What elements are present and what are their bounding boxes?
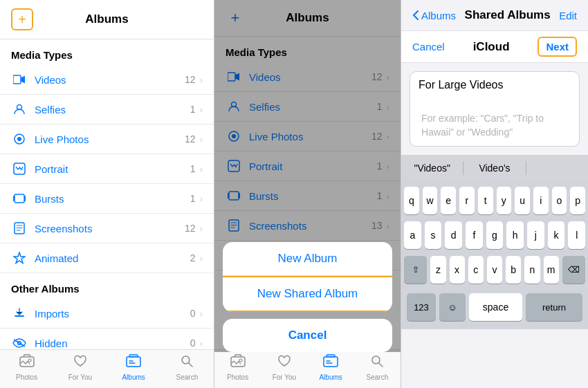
tab-label: For You bbox=[68, 373, 92, 381]
item-count: 0 bbox=[190, 338, 196, 349]
new-shared-album-button[interactable]: New Shared Album bbox=[223, 276, 392, 312]
key-l[interactable]: l bbox=[568, 221, 585, 249]
svg-rect-4 bbox=[14, 163, 25, 174]
tab-search[interactable]: Search bbox=[354, 354, 401, 381]
tab-label: Search bbox=[367, 373, 389, 381]
bottom-tabs: Photos For You Albums Search bbox=[0, 349, 214, 388]
new-album-button[interactable]: New Album bbox=[223, 242, 392, 276]
item-count: 1 bbox=[190, 104, 196, 115]
overlay-menu: New Album New Shared Album Cancel bbox=[214, 242, 401, 352]
chevron-icon: › bbox=[200, 253, 203, 264]
tab-foryou[interactable]: For You bbox=[261, 354, 307, 381]
item-label: Portrait bbox=[35, 163, 190, 175]
search-tab-icon bbox=[180, 354, 194, 371]
list-item[interactable]: Selfies 1 › bbox=[0, 95, 214, 124]
key-v[interactable]: v bbox=[487, 256, 502, 284]
key-p[interactable]: p bbox=[570, 187, 585, 214]
list-item[interactable]: Imports 0 › bbox=[0, 299, 214, 329]
tab-foryou[interactable]: For You bbox=[53, 354, 107, 381]
album-name-input[interactable] bbox=[419, 79, 571, 91]
album-name-input-area: For example: "Cars", "Trip to Hawaii" or… bbox=[410, 71, 580, 147]
key-f[interactable]: f bbox=[466, 221, 483, 249]
chevron-icon: › bbox=[200, 75, 203, 85]
list-item[interactable]: Hidden 0 › bbox=[0, 329, 214, 349]
svg-point-28 bbox=[239, 359, 242, 362]
key-emoji[interactable]: ☺ bbox=[439, 293, 466, 321]
list-item[interactable]: Live Photos 12 › bbox=[0, 124, 214, 154]
key-u[interactable]: u bbox=[515, 187, 530, 214]
next-button[interactable]: Next bbox=[538, 37, 577, 57]
suggestion-item[interactable]: "Videos" bbox=[401, 161, 463, 175]
svg-rect-5 bbox=[15, 194, 24, 203]
key-return[interactable]: return bbox=[526, 293, 582, 321]
key-m[interactable]: m bbox=[544, 256, 559, 284]
key-k[interactable]: k bbox=[548, 221, 565, 249]
panel2-bottom-tabs: Photos For You Albums Search bbox=[214, 349, 401, 388]
key-s[interactable]: s bbox=[425, 221, 442, 249]
svg-rect-15 bbox=[129, 355, 138, 357]
tab-label: Photos bbox=[227, 373, 248, 381]
chevron-icon: › bbox=[200, 338, 203, 349]
hidden-icon bbox=[11, 335, 28, 349]
key-g[interactable]: g bbox=[486, 221, 504, 249]
key-t[interactable]: t bbox=[478, 187, 493, 214]
key-j[interactable]: j bbox=[527, 221, 544, 249]
suggestion-item[interactable]: Video's bbox=[463, 161, 526, 175]
key-n[interactable]: n bbox=[524, 256, 540, 284]
list-item[interactable]: Videos 12 › bbox=[0, 65, 214, 95]
chevron-icon: › bbox=[200, 194, 203, 204]
add-album-button[interactable]: + bbox=[11, 8, 33, 30]
photos-tab-icon bbox=[230, 354, 246, 371]
key-x[interactable]: x bbox=[450, 256, 465, 284]
key-shift[interactable]: ⇧ bbox=[404, 256, 427, 284]
key-c[interactable]: c bbox=[468, 256, 484, 284]
key-h[interactable]: h bbox=[506, 221, 524, 249]
item-label: Videos bbox=[35, 74, 185, 86]
panel1-other-albums-title: Other Albums bbox=[0, 273, 214, 299]
key-w[interactable]: w bbox=[423, 187, 438, 214]
item-label: Screenshots bbox=[35, 223, 185, 234]
panel-albums-2: + Albums Media Types Videos 12 › Selfies… bbox=[214, 0, 401, 388]
icloud-label: iCloud bbox=[473, 40, 510, 54]
svg-point-13 bbox=[28, 359, 31, 362]
key-b[interactable]: b bbox=[506, 256, 521, 284]
key-d[interactable]: d bbox=[445, 221, 462, 249]
edit-button[interactable]: Edit bbox=[559, 10, 577, 21]
albums-tab-icon bbox=[323, 354, 338, 371]
list-item[interactable]: Screenshots 12 › bbox=[0, 214, 214, 243]
key-q[interactable]: q bbox=[404, 187, 419, 214]
tab-search[interactable]: Search bbox=[160, 354, 214, 381]
tab-photos[interactable]: Photos bbox=[0, 354, 53, 381]
list-item[interactable]: Bursts 1 › bbox=[0, 184, 214, 214]
item-label: Animated bbox=[35, 252, 190, 264]
list-item[interactable]: Portrait 1 › bbox=[0, 154, 214, 184]
svg-rect-9 bbox=[15, 315, 24, 317]
cancel-button[interactable]: Cancel bbox=[412, 41, 445, 53]
item-label: Hidden bbox=[35, 338, 190, 349]
list-item[interactable]: Animated 2 › bbox=[0, 243, 214, 273]
key-r[interactable]: r bbox=[459, 187, 475, 214]
key-o[interactable]: o bbox=[552, 187, 567, 214]
new-album-card: New Album New Shared Album bbox=[223, 242, 392, 312]
key-e[interactable]: e bbox=[441, 187, 456, 214]
svg-rect-29 bbox=[324, 357, 338, 367]
item-label: Imports bbox=[35, 308, 190, 320]
tab-albums[interactable]: Albums bbox=[107, 354, 160, 381]
tab-albums[interactable]: Albums bbox=[308, 354, 354, 381]
search-tab-icon bbox=[370, 354, 384, 371]
key-a[interactable]: a bbox=[404, 221, 421, 249]
key-num-toggle[interactable]: 123 bbox=[407, 293, 436, 321]
tab-photos[interactable]: Photos bbox=[214, 354, 261, 381]
cancel-button[interactable]: Cancel bbox=[223, 319, 392, 352]
suggestion-item[interactable] bbox=[526, 161, 588, 175]
back-button[interactable]: Albums bbox=[412, 10, 456, 21]
panel-icloud: Albums Shared Albums Edit Cancel iCloud … bbox=[401, 0, 588, 388]
cancel-card: Cancel bbox=[223, 319, 392, 352]
key-z[interactable]: z bbox=[430, 256, 445, 284]
key-backspace[interactable]: ⌫ bbox=[562, 256, 585, 284]
item-count: 12 bbox=[185, 133, 196, 145]
key-y[interactable]: y bbox=[497, 187, 512, 214]
key-space[interactable]: space bbox=[469, 293, 522, 321]
item-count: 2 bbox=[190, 252, 196, 264]
key-i[interactable]: i bbox=[533, 187, 549, 214]
